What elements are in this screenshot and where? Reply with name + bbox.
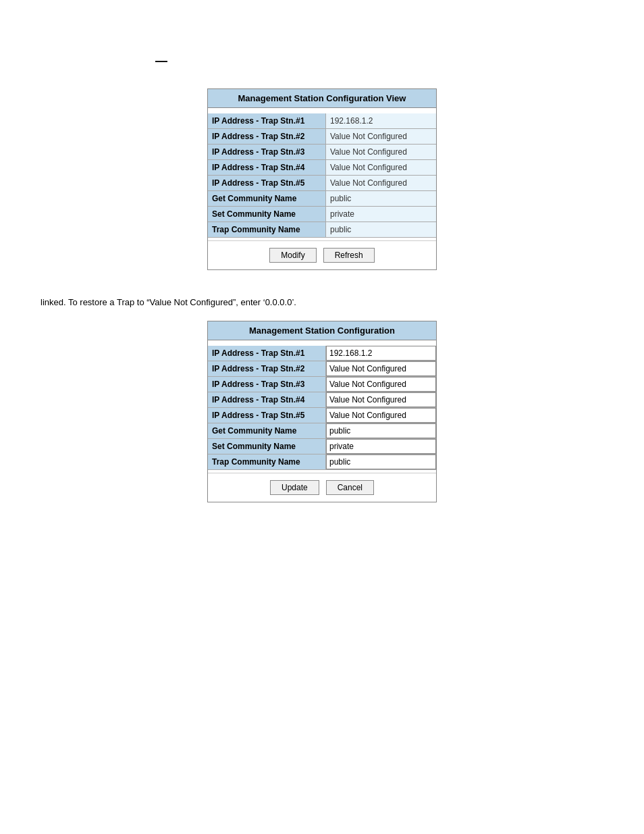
edit-panel-title: Management Station Configuration <box>208 321 436 340</box>
view-panel-buttons: Modify Refresh <box>208 240 436 269</box>
view-row-6: Get Community Name public <box>208 191 436 207</box>
edit-input-4[interactable] <box>326 392 436 407</box>
view-value-6: public <box>326 191 436 206</box>
edit-label-3: IP Address - Trap Stn.#3 <box>208 377 326 392</box>
edit-panel-buttons: Update Cancel <box>208 473 436 502</box>
view-panel-title: Management Station Configuration View <box>208 89 436 108</box>
view-label-3: IP Address - Trap Stn.#3 <box>208 145 326 159</box>
edit-input-2[interactable] <box>326 361 436 376</box>
view-value-1: 192.168.1.2 <box>326 113 436 128</box>
edit-row-8: Trap Community Name <box>208 454 436 470</box>
edit-label-1: IP Address - Trap Stn.#1 <box>208 346 326 361</box>
edit-input-5[interactable] <box>326 408 436 423</box>
view-value-3: Value Not Configured <box>326 145 436 159</box>
edit-row-6: Get Community Name <box>208 423 436 439</box>
view-row-3: IP Address - Trap Stn.#3 Value Not Confi… <box>208 145 436 160</box>
view-value-8: public <box>326 222 436 237</box>
view-label-7: Set Community Name <box>208 207 326 221</box>
view-value-2: Value Not Configured <box>326 129 436 144</box>
edit-label-8: Trap Community Name <box>208 454 326 469</box>
view-value-5: Value Not Configured <box>326 176 436 190</box>
edit-panel-section: Management Station Configuration IP Addr… <box>0 321 644 502</box>
modify-button[interactable]: Modify <box>269 248 316 263</box>
page-container: — Management Station Configuration View … <box>0 27 644 543</box>
edit-row-2: IP Address - Trap Stn.#2 <box>208 361 436 377</box>
edit-label-5: IP Address - Trap Stn.#5 <box>208 408 326 423</box>
edit-row-5: IP Address - Trap Stn.#5 <box>208 408 436 423</box>
view-label-1: IP Address - Trap Stn.#1 <box>208 113 326 128</box>
edit-input-3[interactable] <box>326 377 436 392</box>
view-label-5: IP Address - Trap Stn.#5 <box>208 176 326 190</box>
view-row-2: IP Address - Trap Stn.#2 Value Not Confi… <box>208 129 436 145</box>
dash-separator: — <box>155 54 167 68</box>
view-panel-section: Management Station Configuration View IP… <box>0 88 644 270</box>
edit-label-6: Get Community Name <box>208 423 326 438</box>
view-label-6: Get Community Name <box>208 191 326 206</box>
view-row-1: IP Address - Trap Stn.#1 192.168.1.2 <box>208 113 436 129</box>
edit-input-1[interactable] <box>326 346 436 361</box>
view-label-4: IP Address - Trap Stn.#4 <box>208 160 326 175</box>
view-row-5: IP Address - Trap Stn.#5 Value Not Confi… <box>208 176 436 191</box>
view-row-8: Trap Community Name public <box>208 222 436 238</box>
edit-row-1: IP Address - Trap Stn.#1 <box>208 346 436 361</box>
view-row-4: IP Address - Trap Stn.#4 Value Not Confi… <box>208 160 436 176</box>
edit-input-6[interactable] <box>326 423 436 438</box>
edit-row-3: IP Address - Trap Stn.#3 <box>208 377 436 392</box>
view-value-4: Value Not Configured <box>326 160 436 175</box>
edit-config-panel: Management Station Configuration IP Addr… <box>207 321 437 502</box>
view-value-7: private <box>326 207 436 221</box>
view-config-panel: Management Station Configuration View IP… <box>207 88 437 270</box>
view-label-2: IP Address - Trap Stn.#2 <box>208 129 326 144</box>
edit-row-7: Set Community Name <box>208 439 436 454</box>
edit-row-4: IP Address - Trap Stn.#4 <box>208 392 436 408</box>
view-label-8: Trap Community Name <box>208 222 326 237</box>
edit-label-2: IP Address - Trap Stn.#2 <box>208 361 326 376</box>
refresh-button[interactable]: Refresh <box>323 248 375 263</box>
edit-label-7: Set Community Name <box>208 439 326 454</box>
description-text: linked. To restore a Trap to “Value Not … <box>41 297 513 307</box>
edit-label-4: IP Address - Trap Stn.#4 <box>208 392 326 407</box>
view-row-7: Set Community Name private <box>208 207 436 222</box>
cancel-button[interactable]: Cancel <box>326 480 374 495</box>
edit-input-7[interactable] <box>326 439 436 454</box>
update-button[interactable]: Update <box>270 480 319 495</box>
edit-input-8[interactable] <box>326 454 436 469</box>
